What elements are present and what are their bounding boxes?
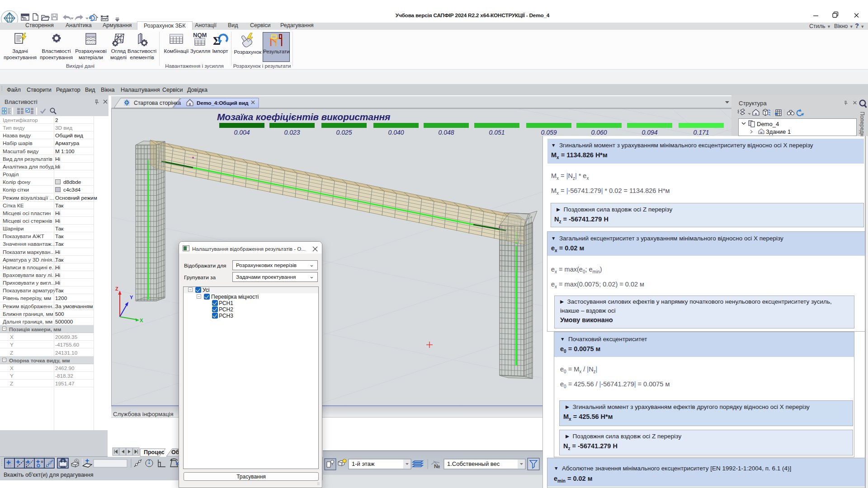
svg-text:NQM: NQM [193, 32, 207, 38]
svg-text:1-й этаж: 1-й этаж [352, 460, 375, 467]
svg-text:Demo_4: Demo_4 [757, 121, 779, 127]
svg-text:Z: Z [115, 286, 118, 291]
svg-text:1.Собственный вес: 1.Собственный вес [447, 460, 500, 467]
svg-text:№: № [434, 463, 440, 469]
svg-text:Процес: Процес [144, 449, 165, 455]
svg-text:Об'є: Об'є [171, 449, 179, 455]
svg-text:Y: Y [130, 295, 133, 300]
svg-text:Σ: Σ [213, 34, 221, 47]
svg-text:X: X [140, 318, 143, 323]
svg-text:Здание 1: Здание 1 [766, 128, 791, 135]
svg-text:Стартова сторінка: Стартова сторінка [134, 100, 181, 106]
svg-text:Demo_4:Общий вид: Demo_4:Общий вид [197, 100, 249, 106]
